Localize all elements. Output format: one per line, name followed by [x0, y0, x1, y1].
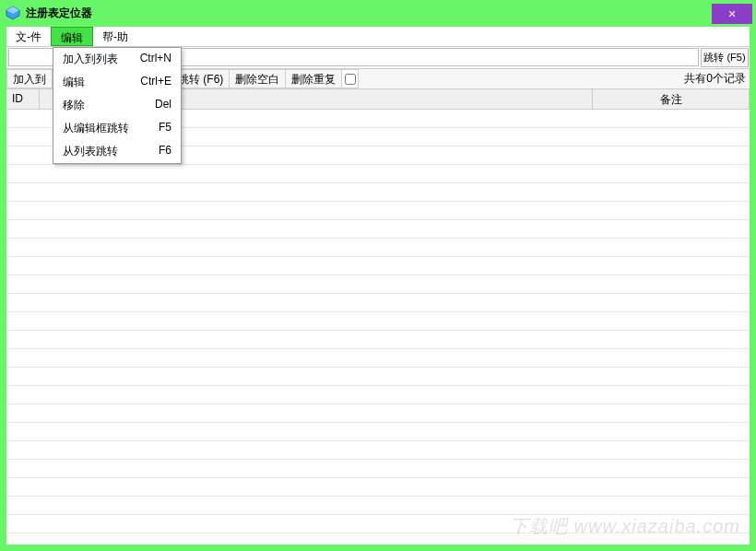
record-count-status: 共有0个记录: [680, 69, 750, 88]
toolbar-spacer: [359, 69, 680, 88]
table-row[interactable]: [6, 183, 750, 202]
table-row[interactable]: [6, 404, 750, 423]
toolbar-checkbox-area: [342, 69, 359, 88]
table-row[interactable]: [6, 478, 750, 497]
toolbar-checkbox[interactable]: [345, 74, 356, 85]
menu-file[interactable]: 文-件: [6, 27, 51, 46]
dd-shortcut: Ctrl+E: [140, 75, 171, 90]
dd-shortcut: Del: [155, 98, 171, 113]
close-icon: ×: [728, 6, 736, 21]
title-bar: 注册表定位器 ×: [0, 0, 756, 26]
jump-f5-button[interactable]: 跳转 (F5): [701, 48, 749, 67]
dd-jump-from-list[interactable]: 从列表跳转 F6: [53, 140, 181, 163]
add-to-button[interactable]: 加入到: [6, 69, 53, 88]
table-row[interactable]: [6, 220, 750, 239]
grid-body[interactable]: [6, 110, 750, 545]
dd-edit[interactable]: 编辑 Ctrl+E: [53, 71, 181, 94]
menu-help[interactable]: 帮-助: [93, 27, 137, 46]
table-row[interactable]: [6, 497, 750, 515]
table-row[interactable]: [6, 386, 750, 404]
delete-blank-button[interactable]: 删除空白: [230, 69, 286, 88]
table-row[interactable]: [6, 349, 750, 368]
delete-duplicate-button[interactable]: 删除重复: [286, 69, 342, 88]
col-header-remark[interactable]: 备注: [593, 89, 750, 109]
table-row[interactable]: [6, 202, 750, 220]
table-row[interactable]: [6, 239, 750, 257]
app-window: 注册表定位器 × 文-件 编辑 帮-助 加入到列表 Ctrl+N 编辑 Ctrl…: [0, 0, 756, 551]
table-row[interactable]: [6, 331, 750, 349]
table-row[interactable]: [6, 515, 750, 533]
dd-add-to-list[interactable]: 加入到列表 Ctrl+N: [53, 48, 181, 71]
table-row[interactable]: [6, 441, 750, 460]
dd-label: 加入到列表: [63, 52, 118, 67]
window-title: 注册表定位器: [26, 6, 712, 21]
menu-bar: 文-件 编辑 帮-助: [6, 27, 750, 47]
dd-label: 从编辑框跳转: [63, 121, 129, 136]
table-row[interactable]: [6, 368, 750, 386]
table-row[interactable]: [6, 423, 750, 441]
table-row[interactable]: [6, 276, 750, 294]
app-icon: [6, 6, 20, 20]
dd-label: 移除: [63, 98, 85, 113]
dd-shortcut: F5: [159, 121, 171, 136]
dd-jump-from-edit[interactable]: 从编辑框跳转 F5: [53, 117, 181, 140]
table-row[interactable]: [6, 257, 750, 276]
dd-shortcut: F6: [159, 144, 171, 159]
table-row[interactable]: [6, 294, 750, 312]
menu-edit[interactable]: 编辑: [51, 27, 93, 46]
col-header-id[interactable]: ID: [6, 89, 40, 109]
dd-label: 从列表跳转: [63, 144, 118, 159]
client-area: 文-件 编辑 帮-助 加入到列表 Ctrl+N 编辑 Ctrl+E 移除 Del…: [6, 26, 750, 545]
dd-shortcut: Ctrl+N: [140, 52, 171, 67]
table-row[interactable]: [6, 165, 750, 183]
table-row[interactable]: [6, 460, 750, 478]
close-button[interactable]: ×: [712, 4, 752, 24]
dd-remove[interactable]: 移除 Del: [53, 94, 181, 117]
edit-dropdown: 加入到列表 Ctrl+N 编辑 Ctrl+E 移除 Del 从编辑框跳转 F5 …: [53, 47, 182, 164]
table-row[interactable]: [6, 312, 750, 331]
dd-label: 编辑: [63, 75, 85, 90]
